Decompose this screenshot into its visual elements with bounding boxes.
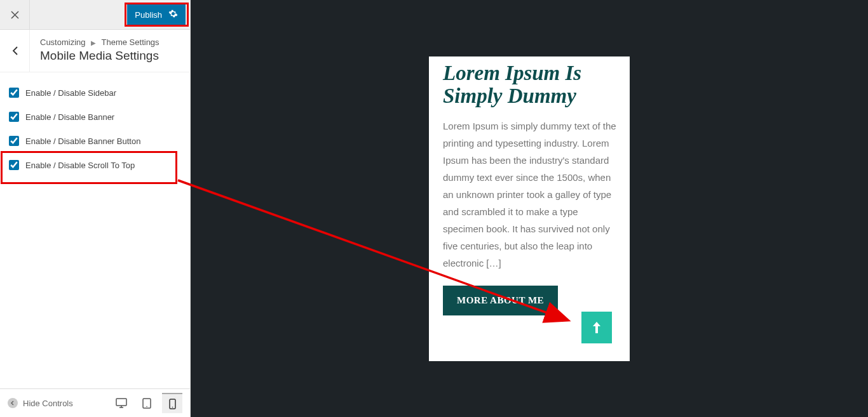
arrow-up-icon bbox=[592, 321, 602, 334]
close-icon bbox=[11, 11, 19, 19]
back-button[interactable] bbox=[0, 30, 30, 72]
setting-row-banner-button: Enable / Disable Banner Button bbox=[9, 129, 181, 154]
chevron-right-icon: ▶ bbox=[91, 39, 96, 46]
customizer-sidebar: Publish Customizing ▶ Theme Settings Mob… bbox=[0, 0, 191, 417]
gear-icon bbox=[168, 9, 178, 20]
checkbox-banner-button[interactable] bbox=[9, 136, 19, 146]
more-about-me-button[interactable]: MORE ABOUT ME bbox=[443, 286, 558, 315]
device-desktop-button[interactable] bbox=[111, 393, 132, 413]
setting-row-banner: Enable / Disable Banner bbox=[9, 105, 181, 129]
checkbox-sidebar[interactable] bbox=[9, 88, 19, 98]
publish-label: Publish bbox=[135, 10, 162, 20]
panel-title: Mobile Media Settings bbox=[40, 49, 180, 63]
desktop-icon bbox=[116, 398, 127, 408]
setting-row-scroll-to-top: Enable / Disable Scroll To Top bbox=[9, 154, 181, 178]
tablet-icon bbox=[142, 398, 151, 409]
breadcrumb: Customizing ▶ Theme Settings bbox=[40, 37, 180, 47]
setting-label[interactable]: Enable / Disable Sidebar bbox=[25, 88, 116, 98]
mobile-preview-frame[interactable]: Lorem Ipsum Is Simply Dummy Lorem Ipsum … bbox=[429, 56, 630, 361]
hide-controls-label: Hide Controls bbox=[23, 399, 73, 408]
header-bar: Publish bbox=[0, 0, 190, 30]
device-mobile-button[interactable] bbox=[162, 393, 182, 413]
mobile-icon bbox=[169, 399, 176, 409]
collapse-icon bbox=[8, 398, 18, 408]
setting-label[interactable]: Enable / Disable Banner bbox=[25, 112, 114, 122]
preview-title: Lorem Ipsum Is Simply Dummy bbox=[443, 56, 617, 108]
preview-body-text: Lorem Ipsum is simply dummy text of the … bbox=[443, 117, 617, 272]
setting-label[interactable]: Enable / Disable Banner Button bbox=[25, 136, 140, 146]
breadcrumb-row: Customizing ▶ Theme Settings Mobile Medi… bbox=[0, 30, 190, 72]
checkbox-banner[interactable] bbox=[9, 112, 19, 122]
setting-label[interactable]: Enable / Disable Scroll To Top bbox=[25, 161, 135, 170]
settings-list: Enable / Disable Sidebar Enable / Disabl… bbox=[0, 72, 190, 388]
svg-point-2 bbox=[146, 406, 147, 407]
chevron-left-icon bbox=[12, 46, 18, 55]
preview-area: Lorem Ipsum Is Simply Dummy Lorem Ipsum … bbox=[191, 0, 868, 417]
svg-rect-0 bbox=[116, 399, 126, 406]
publish-button[interactable]: Publish bbox=[127, 4, 186, 25]
checkbox-scroll-to-top[interactable] bbox=[9, 160, 19, 170]
device-tablet-button[interactable] bbox=[137, 393, 157, 413]
footer-bar: Hide Controls bbox=[0, 388, 190, 417]
breadcrumb-parent: Theme Settings bbox=[102, 37, 159, 47]
setting-row-sidebar: Enable / Disable Sidebar bbox=[9, 81, 181, 105]
close-customizer-button[interactable] bbox=[0, 0, 30, 30]
hide-controls-button[interactable]: Hide Controls bbox=[8, 398, 73, 408]
breadcrumb-customizing: Customizing bbox=[40, 37, 86, 47]
svg-point-4 bbox=[172, 406, 173, 407]
scroll-to-top-button[interactable] bbox=[581, 312, 612, 343]
